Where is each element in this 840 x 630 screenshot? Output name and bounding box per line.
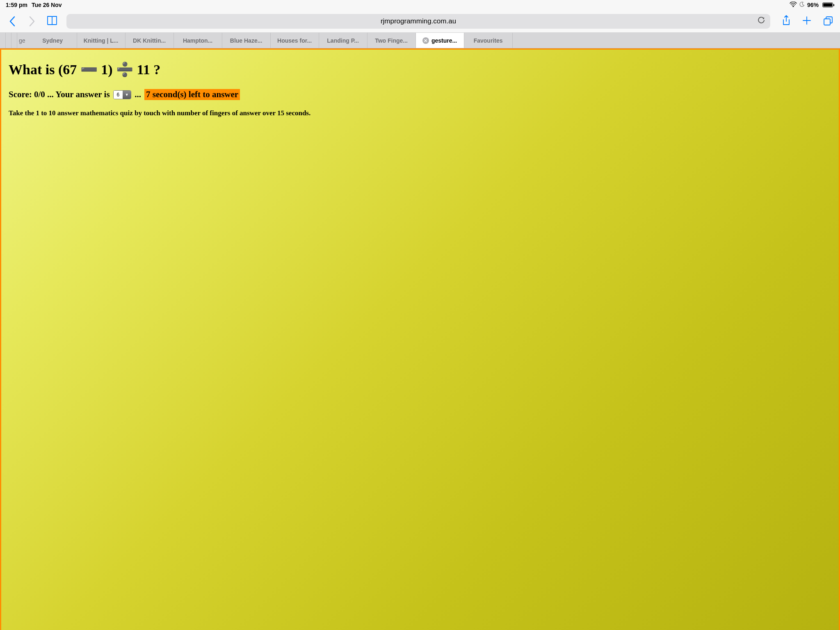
close-tab-icon[interactable]: ✕ [422,37,429,44]
share-button[interactable] [782,15,791,28]
back-button[interactable] [7,16,18,27]
bookmarks-button[interactable] [46,15,58,27]
tab-blue-haze[interactable]: Blue Haze... [222,33,271,48]
ellipsis: ... [135,89,141,100]
tab-gesture-active[interactable]: ✕ gesture... [416,33,464,48]
score-line: Score: 0/0 ... Your answer is 6 ▼ ... 7 … [9,89,831,100]
tab-landing[interactable]: Landing P... [319,33,368,48]
status-date: Tue 26 Nov [32,2,62,8]
chevron-down-icon: ▼ [123,91,131,99]
browser-toolbar: rjmprogramming.com.au [0,10,840,33]
status-time: 1:59 pm [6,2,27,8]
svg-marker-0 [762,17,765,19]
countdown-badge: 7 second(s) left to answer [144,89,240,100]
url-bar[interactable]: rjmprogramming.com.au [66,14,770,29]
tab-strip: ge Sydney Knitting | L... DK Knittin... … [0,33,840,48]
tab-hampton[interactable]: Hampton... [174,33,222,48]
tab-partial-label: ge [19,37,25,44]
answer-value: 6 [114,91,123,99]
tab-two-finger[interactable]: Two Finge... [368,33,416,48]
battery-percentage: 96% [807,2,819,8]
tab-dk-knitting[interactable]: DK Knittin... [126,33,174,48]
reload-button[interactable] [757,16,765,26]
forward-button[interactable] [26,16,38,27]
tab-knitting[interactable]: Knitting | L... [77,33,126,48]
quiz-question: What is (67 ➖ 1) ➗ 11 ? [9,61,831,78]
tab-overflow-left[interactable]: ge [0,33,29,48]
wifi-icon [790,2,797,8]
quiz-instructions: Take the 1 to 10 answer mathematics quiz… [9,109,831,117]
new-tab-button[interactable] [801,15,812,27]
score-text: Score: 0/0 ... Your answer is [9,89,110,100]
svg-rect-4 [824,19,830,25]
tab-houses[interactable]: Houses for... [271,33,319,48]
tabs-overview-button[interactable] [823,15,833,27]
status-bar: 1:59 pm Tue 26 Nov 96% [0,0,840,10]
url-text: rjmprogramming.com.au [381,17,456,25]
battery-icon [821,2,834,7]
moon-icon [799,2,805,8]
tab-sydney[interactable]: Sydney [29,33,77,48]
tab-favourites[interactable]: Favourites [464,33,513,48]
answer-select[interactable]: 6 ▼ [113,90,132,99]
page-content[interactable]: What is (67 ➖ 1) ➗ 11 ? Score: 0/0 ... Y… [0,48,840,630]
